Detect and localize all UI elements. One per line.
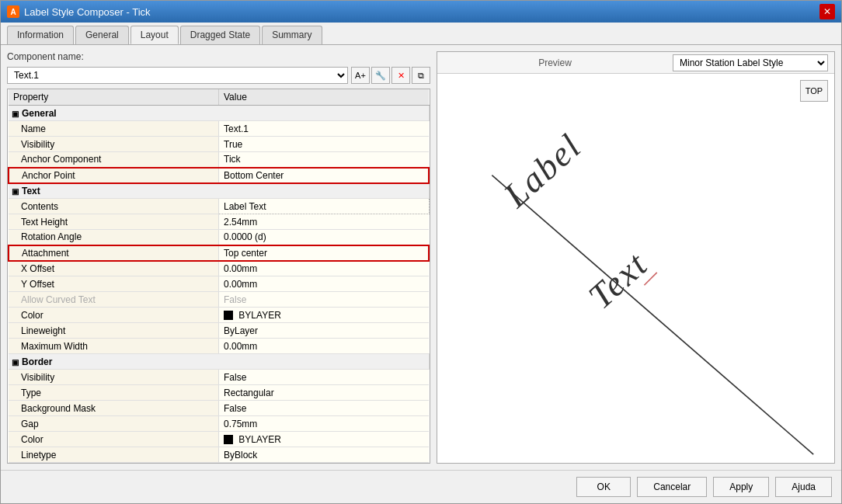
title-bar: A Label Style Composer - Tick ✕ bbox=[1, 1, 841, 23]
table-row[interactable]: Color BYLAYER bbox=[9, 432, 429, 447]
table-row[interactable]: Color BYLAYER bbox=[9, 308, 429, 323]
table-row[interactable]: Y Offset 0.00mm bbox=[9, 276, 429, 292]
property-column-header: Property bbox=[9, 89, 219, 106]
table-row[interactable]: Background Mask False bbox=[9, 401, 429, 416]
preview-svg: Label Text bbox=[437, 74, 834, 463]
prop-linetype-label: Linetype bbox=[9, 447, 219, 463]
attachment-row[interactable]: Attachment Top center bbox=[9, 245, 429, 261]
collapse-border-icon[interactable]: ▣ bbox=[12, 358, 19, 367]
prop-gap-label: Gap bbox=[9, 416, 219, 432]
preview-label: Preview bbox=[444, 57, 666, 68]
anchor-point-row[interactable]: Anchor Point Bottom Center bbox=[9, 168, 429, 183]
prop-bg-mask-value[interactable]: False bbox=[219, 401, 430, 416]
table-row[interactable]: Maximum Width 0.00mm bbox=[9, 339, 429, 354]
table-row[interactable]: Linetype ByBlock bbox=[9, 447, 429, 463]
tab-summary[interactable]: Summary bbox=[262, 26, 322, 44]
main-window: A Label Style Composer - Tick ✕ Informat… bbox=[0, 0, 842, 504]
component-name-label: Component name: bbox=[7, 51, 430, 62]
prop-border-visibility-value[interactable]: False bbox=[219, 370, 430, 385]
prop-visibility-label: Visibility bbox=[9, 137, 219, 152]
collapse-general-icon[interactable]: ▣ bbox=[12, 109, 19, 118]
prop-linetype-value[interactable]: ByBlock bbox=[219, 447, 430, 463]
prop-max-width-label: Maximum Width bbox=[9, 339, 219, 354]
prop-border-color-label: Color bbox=[9, 432, 219, 447]
svg-text:Label: Label bbox=[496, 126, 589, 216]
table-row[interactable]: Contents Label Text bbox=[9, 199, 429, 214]
prop-contents-label: Contents bbox=[9, 199, 219, 214]
table-row[interactable]: Text Height 2.54mm bbox=[9, 214, 429, 230]
table-row: Allow Curved Text False bbox=[9, 292, 429, 308]
add-icon: A+ bbox=[355, 71, 366, 80]
preview-area: TOP Label Text bbox=[437, 74, 834, 463]
top-view-button[interactable]: TOP bbox=[800, 80, 828, 102]
style-selector[interactable]: Minor Station Label Style bbox=[673, 54, 828, 71]
format-button[interactable]: 🔧 bbox=[371, 67, 390, 84]
table-row[interactable]: Visibility False bbox=[9, 370, 429, 385]
prop-lineweight-value[interactable]: ByLayer bbox=[219, 323, 430, 339]
prop-max-width-value[interactable]: 0.00mm bbox=[219, 339, 430, 354]
table-row[interactable]: X Offset 0.00mm bbox=[9, 261, 429, 276]
prop-contents-value[interactable]: Label Text bbox=[219, 199, 430, 214]
prop-attachment-value[interactable]: Top center bbox=[219, 245, 430, 261]
toolbar-buttons: A+ 🔧 ✕ ⧉ bbox=[351, 67, 430, 84]
prop-lineweight-label: Lineweight bbox=[9, 323, 219, 339]
prop-x-offset-label: X Offset bbox=[9, 261, 219, 276]
prop-y-offset-value[interactable]: 0.00mm bbox=[219, 276, 430, 292]
prop-anchor-component-value[interactable]: Tick bbox=[219, 152, 430, 168]
component-row: Text.1 A+ 🔧 ✕ ⧉ bbox=[7, 67, 430, 84]
collapse-text-icon[interactable]: ▣ bbox=[12, 187, 19, 196]
prop-type-value[interactable]: Rectangular bbox=[219, 385, 430, 401]
prop-x-offset-value[interactable]: 0.00mm bbox=[219, 261, 430, 276]
ok-button[interactable]: OK bbox=[576, 477, 631, 497]
table-row[interactable]: Gap 0.75mm bbox=[9, 416, 429, 432]
svg-text:Text: Text bbox=[581, 244, 656, 317]
prop-bg-mask-label: Background Mask bbox=[9, 401, 219, 416]
property-table: Property Value ▣General Name Text.1 bbox=[7, 89, 430, 464]
apply-button[interactable]: Apply bbox=[713, 477, 769, 497]
preview-header: Preview Minor Station Label Style bbox=[437, 52, 834, 74]
main-content: Component name: Text.1 A+ 🔧 ✕ bbox=[1, 45, 841, 470]
section-text: ▣Text bbox=[9, 183, 429, 199]
prop-border-lineweight-label: Lineweight bbox=[9, 463, 219, 464]
prop-curved-value: False bbox=[219, 292, 430, 308]
table-row[interactable]: Anchor Component Tick bbox=[9, 152, 429, 168]
table-row[interactable]: Rotation Angle 0.0000 (d) bbox=[9, 230, 429, 245]
tab-layout[interactable]: Layout bbox=[130, 26, 179, 44]
prop-border-lineweight-value[interactable]: ByLayer bbox=[219, 463, 430, 464]
table-row[interactable]: Type Rectangular bbox=[9, 385, 429, 401]
table-row[interactable]: Lineweight ByLayer bbox=[9, 323, 429, 339]
prop-rotation-value[interactable]: 0.0000 (d) bbox=[219, 230, 430, 245]
prop-text-height-label: Text Height bbox=[9, 214, 219, 230]
table-row[interactable]: Name Text.1 bbox=[9, 121, 429, 137]
table-row[interactable]: Lineweight ByLayer bbox=[9, 463, 429, 464]
table-row[interactable]: Visibility True bbox=[9, 137, 429, 152]
prop-anchor-point-value[interactable]: Bottom Center bbox=[219, 168, 430, 183]
component-select[interactable]: Text.1 bbox=[7, 67, 348, 84]
add-component-button[interactable]: A+ bbox=[351, 67, 370, 84]
close-button[interactable]: ✕ bbox=[819, 4, 835, 19]
prop-text-height-value[interactable]: 2.54mm bbox=[219, 214, 430, 230]
color-swatch-text bbox=[224, 311, 233, 320]
svg-line-0 bbox=[492, 176, 813, 454]
delete-button[interactable]: ✕ bbox=[391, 67, 410, 84]
prop-gap-value[interactable]: 0.75mm bbox=[219, 416, 430, 432]
delete-icon: ✕ bbox=[398, 71, 405, 81]
copy-button[interactable]: ⧉ bbox=[412, 67, 430, 84]
tab-information[interactable]: Information bbox=[7, 26, 74, 44]
section-general: ▣General bbox=[9, 106, 429, 121]
prop-anchor-component-label: Anchor Component bbox=[9, 152, 219, 168]
prop-y-offset-label: Y Offset bbox=[9, 276, 219, 292]
prop-curved-label: Allow Curved Text bbox=[9, 292, 219, 308]
section-border: ▣Border bbox=[9, 354, 429, 370]
prop-border-color-value[interactable]: BYLAYER bbox=[219, 432, 430, 447]
tab-dragged-state[interactable]: Dragged State bbox=[180, 26, 260, 44]
prop-color-value[interactable]: BYLAYER bbox=[219, 308, 430, 323]
tab-general[interactable]: General bbox=[75, 26, 129, 44]
prop-border-visibility-label: Visibility bbox=[9, 370, 219, 385]
properties-grid: Property Value ▣General Name Text.1 bbox=[8, 89, 430, 464]
format-icon: 🔧 bbox=[375, 71, 386, 81]
prop-visibility-value[interactable]: True bbox=[219, 137, 430, 152]
prop-name-value[interactable]: Text.1 bbox=[219, 121, 430, 137]
help-button[interactable]: Ajuda bbox=[775, 477, 832, 497]
cancel-button[interactable]: Cancelar bbox=[637, 477, 707, 497]
